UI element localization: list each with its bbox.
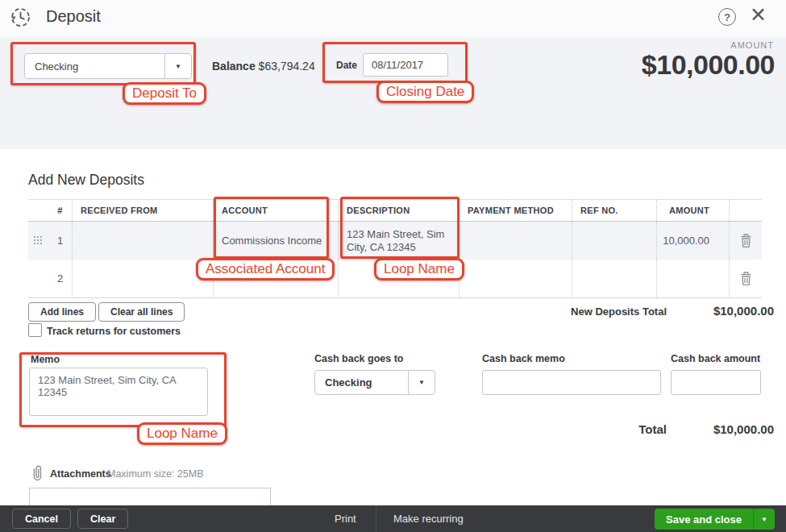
deposit-to-value: Checking [25,54,164,78]
memo-textarea[interactable]: 123 Main Street, Sim City, CA 12345 [29,368,208,416]
cell-description[interactable]: 123 Main Street, Sim City, CA 12345 [339,222,460,260]
close-icon[interactable]: ✕ [750,3,767,27]
amount-value: $10,000.00 [642,49,775,81]
new-deposits-total-value: $10,000.00 [713,304,774,318]
trash-icon[interactable] [730,222,762,260]
chevron-down-icon[interactable]: ▼ [408,371,435,394]
table-header-row: # RECEIVED FROM ACCOUNT DESCRIPTION PAYM… [28,199,762,222]
date-input[interactable] [363,53,448,77]
chevron-down-icon[interactable]: ▼ [164,54,191,78]
col-header-amount: AMOUNT [657,200,730,221]
cell-description[interactable] [339,260,460,297]
print-button[interactable]: Print [335,513,356,525]
cell-account[interactable] [214,260,339,297]
cell-ref-no[interactable] [572,222,657,260]
deposit-to-dropdown[interactable]: Checking ▼ [24,53,192,79]
make-recurring-button[interactable]: Make recurring [393,513,464,525]
cancel-button[interactable]: Cancel [12,509,71,529]
cash-back-memo-input[interactable] [482,370,661,395]
cell-account[interactable]: Commissions Income [214,222,339,260]
help-icon[interactable]: ? [718,8,736,26]
cash-back-memo-label: Cash back memo [482,353,565,364]
date-label: Date [336,60,357,71]
row-number: 1 [48,222,73,260]
cell-ref-no[interactable] [572,260,657,297]
col-header-ref-no: REF NO. [572,200,657,221]
trash-icon[interactable] [730,260,762,297]
new-deposits-total-label: New Deposits Total [571,305,667,318]
cell-payment-method[interactable] [460,260,572,297]
section-title: Add New Deposits [28,172,144,189]
cell-received-from[interactable] [73,260,214,297]
save-and-close-group: Save and close ▼ [655,509,775,530]
recent-transactions-icon[interactable] [10,6,31,28]
table-row: 1 Commissions Income 123 Main Street, Si… [28,222,762,260]
track-returns-label: Track returns for customers [47,326,181,337]
col-header-num: # [48,200,73,221]
deposits-table: # RECEIVED FROM ACCOUNT DESCRIPTION PAYM… [28,199,762,298]
memo-label: Memo [31,354,60,365]
deposit-form: Deposit ? ✕ Checking ▼ Deposit To Balanc… [0,0,786,532]
save-and-close-button[interactable]: Save and close [655,509,753,530]
cash-back-goes-to-dropdown[interactable]: Checking ▼ [314,370,435,395]
title-bar [0,0,786,37]
page-title: Deposit [46,7,101,26]
cash-back-amount-input[interactable] [671,370,761,395]
col-header-account: ACCOUNT [214,200,339,221]
balance-label: Balance [212,60,256,73]
track-returns-checkbox[interactable] [28,323,42,337]
cell-amount[interactable]: 10,000.00 [657,222,730,260]
cash-back-goes-to-label: Cash back goes to [314,353,403,364]
memo-annotation-label: Loop Name [137,422,227,445]
attachments-label: Attachments [50,468,111,480]
paperclip-icon [31,465,44,482]
balance-value: $63,794.24 [259,60,315,73]
table-row: 2 [28,260,762,298]
cash-back-goes-to-value: Checking [315,371,408,394]
save-options-arrow-button[interactable]: ▼ [753,509,775,530]
cash-back-amount-label: Cash back amount [671,353,760,364]
row-number: 2 [48,260,73,297]
clear-all-lines-button[interactable]: Clear all lines [98,302,185,322]
cell-payment-method[interactable] [460,222,572,260]
col-header-description: DESCRIPTION [339,200,460,221]
add-lines-button[interactable]: Add lines [28,302,96,322]
footer-divider [376,505,376,532]
attachments-hint: Maximum size: 25MB [107,468,203,480]
cell-received-from[interactable] [73,222,214,260]
clear-button[interactable]: Clear [77,509,128,529]
total-label: Total [638,422,667,436]
col-header-payment-method: PAYMENT METHOD [460,200,572,221]
balance: Balance $63,794.24 [212,60,315,73]
footer-bar: Cancel Clear Print Make recurring Save a… [0,505,786,532]
drag-handle-icon[interactable] [28,222,48,260]
total-value: $10,000.00 [713,422,774,436]
cell-amount[interactable] [657,260,730,297]
col-header-received-from: RECEIVED FROM [73,200,214,221]
